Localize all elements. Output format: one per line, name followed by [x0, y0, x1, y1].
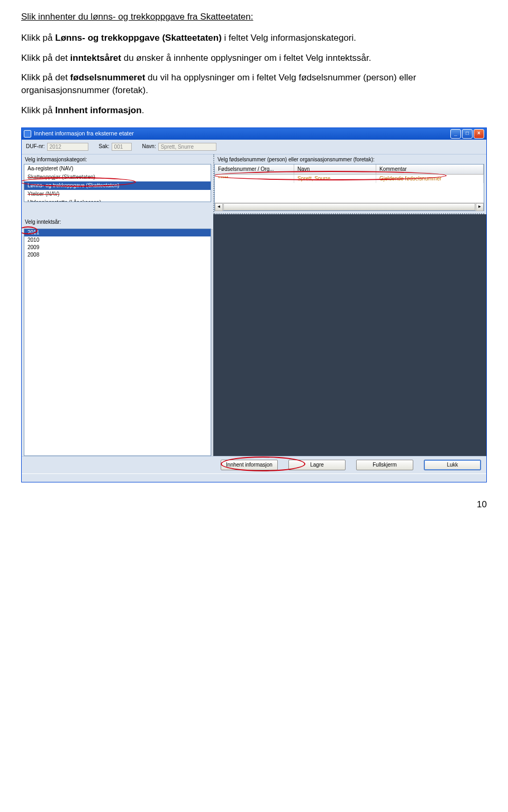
- kategori-item-lonns[interactable]: Lønns- og trekkoppgave (Skatteetaten): [24, 181, 211, 190]
- year-item-2008[interactable]: 2008: [24, 251, 211, 259]
- doc-paragraph-4: Klikk på Innhent informasjon.: [21, 104, 487, 117]
- bottom-bar: Innhent informasjon Lagre Fullskjerm Luk…: [22, 456, 486, 473]
- kategori-item-ytelser[interactable]: Ytelser (NAV): [24, 190, 211, 198]
- p1-pre: Klikk på: [21, 33, 55, 43]
- kategori-label: Velg informasjonskategori:: [22, 154, 213, 164]
- p2-pre: Klikk på det: [21, 53, 70, 63]
- sak-label: Sak:: [99, 143, 110, 150]
- table-cell-navn: Sprett, Snurre: [294, 175, 376, 183]
- status-strip: [22, 473, 486, 482]
- navn-input: [158, 143, 216, 151]
- table-row[interactable]: ***** Sprett, Snurre Gjeldende fødselsnu…: [215, 175, 484, 183]
- close-button[interactable]: ×: [474, 129, 484, 139]
- duf-label: DUF-nr:: [26, 143, 45, 150]
- scroll-right-button[interactable]: ►: [476, 203, 484, 211]
- p4-post: .: [142, 105, 144, 115]
- app-window: Innhent informasjon fra eksterne etater …: [21, 127, 487, 482]
- year-item-2009[interactable]: 2009: [24, 244, 211, 251]
- maximize-button[interactable]: □: [462, 129, 473, 139]
- doc-paragraph-2: Klikk på det inntektsåret du ønsker å in…: [21, 52, 487, 65]
- doc-paragraph-3: Klikk på det fødselsnummeret du vil ha o…: [21, 71, 487, 97]
- page-number: 10: [21, 498, 487, 511]
- year-listbox[interactable]: 2011 2010 2009 2008: [24, 229, 211, 456]
- window-title: Innhent informasjon fra eksterne etater: [34, 130, 134, 138]
- p1-bold: Lønns- og trekkoppgave (Skatteetaten): [55, 33, 222, 43]
- p1-post: i feltet Velg informasjonskategori.: [222, 33, 356, 43]
- scroll-thumb[interactable]: [223, 203, 475, 211]
- table-cell-kommentar: Gjeldende fødselsnummer: [376, 175, 484, 183]
- p4-pre: Klikk på: [21, 105, 55, 115]
- year-item-2010[interactable]: 2010: [24, 236, 211, 244]
- table-header-kommentar[interactable]: Kommentar: [376, 165, 484, 174]
- p4-bold: Innhent informasjon: [55, 105, 141, 115]
- kategori-listbox[interactable]: Aa-registeret (NAV) Skatteoppgjør (Skatt…: [24, 164, 211, 202]
- navn-label: Navn:: [142, 143, 156, 150]
- lagre-button[interactable]: Lagre: [288, 460, 346, 470]
- content-pane: [213, 214, 486, 456]
- window-titlebar[interactable]: Innhent informasjon fra eksterne etater …: [22, 128, 486, 140]
- year-label: Velg inntektsår:: [22, 214, 213, 226]
- duf-input: [47, 143, 88, 151]
- scroll-left-button[interactable]: ◄: [215, 203, 223, 211]
- sak-input: [112, 143, 132, 151]
- fullskjerm-button[interactable]: Fullskjerm: [356, 460, 413, 470]
- year-item-2011[interactable]: 2011: [24, 229, 211, 236]
- table-cell-fodsnr: *****: [215, 175, 294, 183]
- horizontal-scrollbar[interactable]: ◄ ►: [215, 203, 484, 211]
- table-header-fodsnr[interactable]: Fødselsnummer / Org...: [215, 165, 294, 174]
- fodselsnummer-table[interactable]: Fødselsnummer / Org... Navn Kommentar **…: [214, 164, 484, 211]
- app-icon: [24, 130, 31, 138]
- p2-post: du ønsker å innhente opplysninger om i f…: [121, 53, 371, 63]
- table-header-navn[interactable]: Navn: [294, 165, 376, 174]
- lukk-button[interactable]: Lukk: [424, 460, 481, 470]
- kategori-item-skatteoppgjor[interactable]: Skatteoppgjør (Skatteetaten): [24, 173, 211, 181]
- minimize-button[interactable]: _: [450, 129, 461, 139]
- doc-paragraph-1: Klikk på Lønns- og trekkoppgave (Skattee…: [21, 32, 487, 44]
- fodselsnummer-label: Velg fødselsnummer (person) eller organi…: [214, 154, 486, 164]
- p3-bold: fødselsnummeret: [70, 72, 146, 83]
- kategori-item-aa[interactable]: Aa-registeret (NAV): [24, 165, 211, 173]
- header-row: DUF-nr: Sak: Navn:: [22, 140, 486, 154]
- kategori-item-utdanning[interactable]: Utdanningsstøtte (Lånekassen): [24, 198, 211, 202]
- p3-pre: Klikk på det: [21, 72, 70, 83]
- p2-bold: inntektsåret: [70, 53, 121, 63]
- doc-heading: Slik innhenter du lønns- og trekkoppgave…: [21, 11, 487, 23]
- innhent-button[interactable]: Innhent informasjon: [221, 460, 278, 470]
- screenshot-container: Innhent informasjon fra eksterne etater …: [21, 127, 487, 482]
